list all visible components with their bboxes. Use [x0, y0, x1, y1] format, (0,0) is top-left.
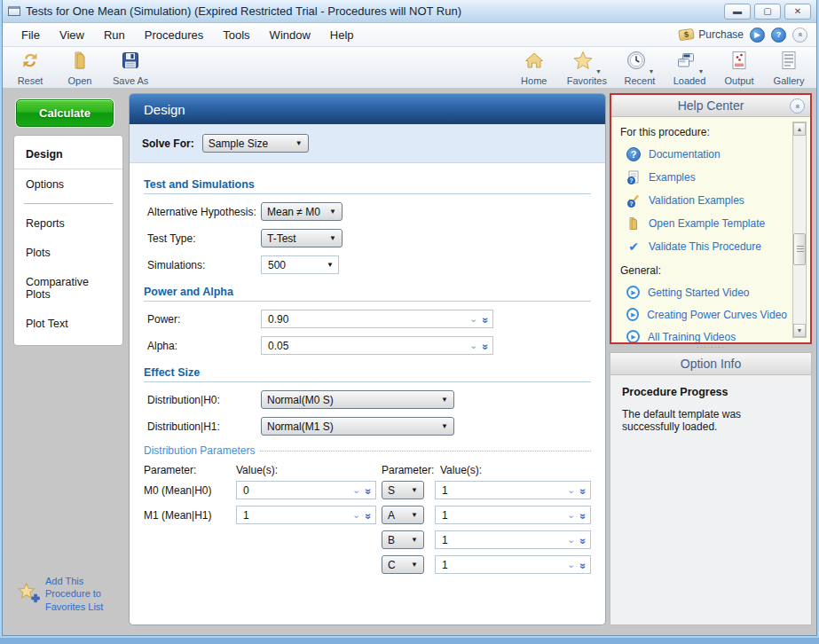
- reset-label: Reset: [18, 75, 43, 86]
- distribution-h1-dropdown[interactable]: Normal(M1 S) ▼: [261, 417, 454, 436]
- reset-button[interactable]: Reset: [13, 50, 47, 86]
- chevron-down-icon[interactable]: ⌄: [567, 510, 575, 520]
- close-button[interactable]: ✕: [784, 4, 811, 20]
- chevron-down-icon[interactable]: ⌄: [567, 485, 575, 495]
- menu-procedures[interactable]: Procedures: [135, 25, 213, 45]
- chevron-down-icon[interactable]: ⌄: [469, 341, 477, 350]
- power-input[interactable]: 0.90 ⌄ »: [261, 310, 493, 328]
- dropdown-arrow-icon: ▼: [295, 139, 303, 147]
- sidebar-tab-options[interactable]: Options: [14, 169, 122, 199]
- scroll-up-icon[interactable]: ▲: [793, 122, 806, 136]
- chevron-down-icon[interactable]: ⌄: [469, 314, 477, 324]
- design-panel-header: Design: [130, 94, 605, 124]
- minimize-button[interactable]: ▬: [724, 4, 751, 20]
- examples-link[interactable]: ? Examples: [626, 170, 787, 185]
- simulations-label: Simulations:: [147, 259, 261, 271]
- m0-value-input[interactable]: 0 ⌄ »: [236, 481, 376, 499]
- double-chevron-icon[interactable]: »: [481, 343, 492, 348]
- menu-help[interactable]: Help: [320, 25, 364, 45]
- param-a-dropdown[interactable]: A ▼: [382, 506, 424, 524]
- double-chevron-icon[interactable]: »: [364, 488, 374, 492]
- double-chevron-icon[interactable]: »: [364, 513, 374, 517]
- calculate-button[interactable]: Calculate: [16, 99, 114, 127]
- distribution-h0-dropdown[interactable]: Normal(M0 S) ▼: [261, 390, 454, 409]
- sidebar-tab-design[interactable]: Design: [14, 139, 122, 169]
- sidebar-tab-reports[interactable]: Reports: [14, 208, 122, 238]
- purchase-button[interactable]: $ Purchase: [679, 28, 744, 41]
- collapse-toolbar-icon[interactable]: «: [792, 27, 807, 43]
- menu-tools[interactable]: Tools: [213, 25, 259, 45]
- validate-this-procedure-link[interactable]: ✔ Validate This Procedure: [626, 240, 787, 254]
- right-parameter-header: Parameter:: [382, 464, 440, 476]
- app-window-icon: [8, 6, 20, 16]
- panel-splitter-handle[interactable]: ········: [610, 344, 812, 352]
- double-chevron-icon[interactable]: »: [579, 538, 589, 542]
- menu-file[interactable]: File: [12, 25, 50, 45]
- help-center-collapse-icon[interactable]: «: [790, 98, 805, 114]
- scrollbar-thumb[interactable]: [793, 233, 806, 265]
- help-icon[interactable]: ?: [771, 27, 786, 43]
- simulations-combo[interactable]: 500 ▼: [261, 255, 339, 274]
- chevron-down-icon[interactable]: ⌄: [567, 535, 575, 545]
- param-b-dropdown[interactable]: B ▼: [382, 530, 424, 549]
- getting-started-video-link[interactable]: ▶ Getting Started Video: [626, 286, 787, 299]
- scroll-down-icon[interactable]: ▼: [793, 324, 806, 337]
- loaded-button[interactable]: ▼ Loaded: [673, 50, 706, 86]
- param-b-value-input[interactable]: 1 ⌄ »: [435, 530, 591, 549]
- save-as-button[interactable]: Save As: [113, 50, 148, 86]
- design-panel-body: Test and Simulations Alternative Hypothe…: [130, 163, 605, 624]
- help-center-header[interactable]: Help Center «: [611, 95, 810, 117]
- favorites-button[interactable]: ▼ Favorites: [567, 50, 607, 86]
- gallery-button[interactable]: Gallery: [772, 50, 806, 86]
- loaded-dropdown-arrow-icon[interactable]: ▼: [698, 68, 705, 75]
- open-button[interactable]: Open: [63, 50, 97, 86]
- menu-window[interactable]: Window: [260, 25, 320, 45]
- sidebar-tab-comparative-plots[interactable]: Comparative Plots: [14, 267, 122, 309]
- double-chevron-icon[interactable]: »: [481, 317, 492, 321]
- recent-dropdown-arrow-icon[interactable]: ▼: [649, 68, 655, 75]
- chevron-down-icon[interactable]: ⌄: [352, 510, 360, 520]
- option-info-header[interactable]: Option Info: [610, 353, 811, 375]
- home-button[interactable]: Home: [517, 50, 551, 86]
- creating-power-curves-video-link[interactable]: ▶ Creating Power Curves Video: [626, 308, 787, 321]
- all-training-videos-link[interactable]: ▶ All Training Videos: [626, 330, 787, 342]
- param-a-value-input[interactable]: 1 ⌄ »: [435, 506, 591, 524]
- param-c-value-input[interactable]: 1 ⌄ »: [435, 555, 591, 574]
- menu-run[interactable]: Run: [94, 25, 135, 45]
- double-chevron-icon[interactable]: »: [579, 513, 589, 517]
- alpha-input[interactable]: 0.05 ⌄ »: [261, 336, 493, 355]
- maximize-button[interactable]: ▢: [754, 4, 781, 20]
- output-button[interactable]: Output: [722, 50, 756, 86]
- recent-button[interactable]: ▼ Recent: [623, 50, 657, 86]
- add-to-favorites-link[interactable]: Add This Procedure to Favorites List: [17, 575, 103, 613]
- validation-examples-link[interactable]: ? Validation Examples: [626, 193, 787, 208]
- svg-text:?: ?: [630, 200, 634, 207]
- m1-value-input[interactable]: 1 ⌄ »: [236, 506, 376, 524]
- video-play-icon[interactable]: ▶: [750, 27, 765, 43]
- section-effect-size: Effect Size: [144, 366, 591, 382]
- solve-for-label: Solve For:: [142, 137, 194, 150]
- double-chevron-icon[interactable]: »: [579, 488, 589, 492]
- double-chevron-icon[interactable]: »: [579, 562, 589, 567]
- open-example-template-link[interactable]: Open Example Template: [626, 216, 787, 231]
- param-s-value-input[interactable]: 1 ⌄ »: [435, 481, 591, 499]
- menu-view[interactable]: View: [50, 25, 94, 45]
- documentation-link[interactable]: ? Documentation: [626, 147, 787, 161]
- param-s-dropdown[interactable]: S ▼: [382, 481, 424, 499]
- solve-for-dropdown[interactable]: Sample Size ▼: [202, 134, 309, 153]
- recent-clock-icon: [626, 50, 647, 75]
- test-type-dropdown[interactable]: T-Test ▼: [261, 229, 343, 247]
- chevron-down-icon[interactable]: ⌄: [567, 560, 575, 569]
- favorites-label: Favorites: [567, 75, 607, 86]
- favorites-dropdown-arrow-icon[interactable]: ▼: [595, 68, 602, 75]
- sidebar-tab-plots[interactable]: Plots: [14, 238, 122, 267]
- help-center-scrollbar[interactable]: ▲ ▼: [792, 122, 807, 338]
- chevron-down-icon[interactable]: ⌄: [352, 485, 360, 495]
- scrollbar-track[interactable]: [793, 136, 806, 324]
- sidebar-tab-plot-text[interactable]: Plot Text: [14, 309, 122, 338]
- alternative-hypothesis-dropdown[interactable]: Mean ≠ M0 ▼: [261, 202, 343, 221]
- param-c-dropdown[interactable]: C ▼: [382, 555, 424, 574]
- toolbar: Reset Open Save As Home ▼ Favorites ▼: [3, 47, 816, 89]
- section-test-and-simulations: Test and Simulations: [144, 178, 591, 194]
- scrollbar-grip: [797, 246, 804, 247]
